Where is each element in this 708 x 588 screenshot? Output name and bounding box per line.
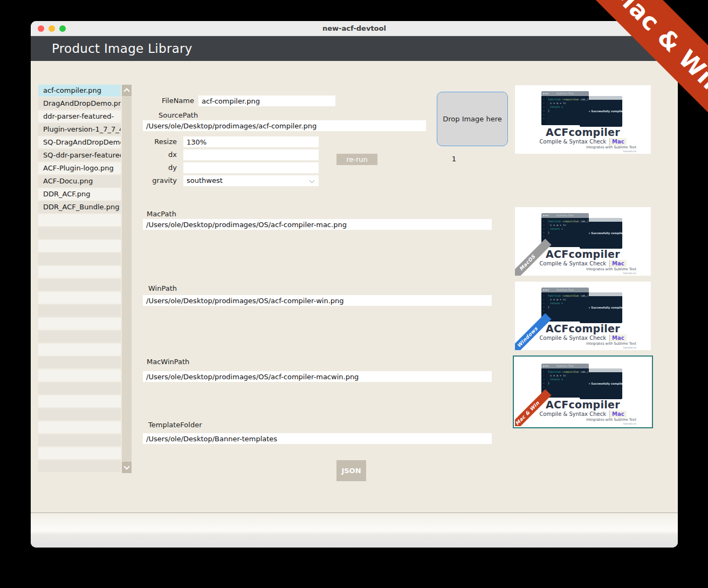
product-banner: Sublime Text 1 2 3 4 5 6 function comput… (515, 282, 651, 350)
preview-card[interactable]: Sublime Text 1 2 3 4 5 6 function comput… (513, 355, 653, 428)
list-row-empty (38, 318, 121, 330)
filename-label: FileName (162, 97, 194, 105)
list-item[interactable]: SQ-DragAndDropDemo. (38, 136, 121, 148)
list-item[interactable]: DDR_ACF_Bundle.png (38, 201, 121, 213)
window-dots-icon (543, 289, 548, 291)
list-row-empty (38, 460, 121, 472)
page-title: Product Image Library (31, 36, 678, 61)
list-row-empty (38, 408, 121, 420)
banner-subtitle: Compile & Syntax CheckMac (515, 335, 651, 341)
macpath-input[interactable] (143, 219, 492, 230)
file-list-scrollbar[interactable] (122, 85, 132, 473)
platform-chip: Mac (609, 138, 627, 145)
list-item[interactable]: Plugin-version-1_7_7_4. (38, 124, 121, 135)
list-row-empty (38, 305, 121, 317)
list-row-empty (38, 447, 121, 459)
banner-tagline: Integrates with Sublime Text (586, 341, 636, 346)
window-titlebar: new-acf-devtool (31, 21, 678, 36)
shortcut-text: ⌘B (583, 226, 622, 230)
banner-subtitle-text: Compile & Syntax Check (539, 411, 606, 417)
dy-input[interactable] (183, 162, 319, 173)
banner-tagline: Integrates with Sublime Text (586, 418, 636, 422)
editor-titlebar: Sublime Text (541, 91, 589, 96)
list-item[interactable]: acf-compiler.png (38, 85, 121, 97)
json-button[interactable]: JSON (336, 460, 366, 481)
preview-card[interactable]: Sublime Text 1 2 3 4 5 6 function comput… (515, 207, 651, 276)
editor-titlebar: Sublime Text (541, 213, 589, 218)
templatefolder-label: TemplateFolder (148, 421, 202, 429)
banner-tagline: Integrates with Sublime Text (586, 145, 636, 149)
main-content: acf-compiler.pngDragAndDropDemo.pngddr-p… (31, 61, 678, 512)
list-row-empty (38, 421, 121, 433)
gravity-value: southwest (187, 176, 223, 184)
preview-card[interactable]: Sublime Text 1 2 3 4 5 6 function comput… (515, 85, 651, 154)
list-row-empty (38, 331, 121, 343)
code-snippet: function computeSum (ab,) s = a + tc ret… (546, 368, 588, 398)
macwinpath-input[interactable] (143, 371, 492, 382)
shortcut-text: ⌘B (583, 104, 622, 108)
drop-image-zone[interactable]: Drop Image here (437, 92, 508, 146)
platform-chip: Mac (609, 260, 627, 267)
list-item[interactable]: DragAndDropDemo.png (38, 98, 121, 110)
list-item[interactable]: SQ-ddr-parser-featured- (38, 149, 121, 161)
chevron-up-icon (123, 88, 129, 94)
scroll-down-button[interactable] (122, 462, 132, 473)
list-row-empty (38, 266, 121, 278)
list-item[interactable]: DDR_ACF.png (38, 188, 121, 200)
window-dots-icon (543, 365, 548, 367)
line-numbers: 1 2 3 4 5 6 (541, 96, 546, 125)
scroll-up-button[interactable] (122, 85, 132, 96)
resize-input[interactable] (183, 136, 319, 147)
banner-subtitle-text: Compile & Syntax Check (539, 335, 606, 341)
window-title: new-acf-devtool (31, 24, 678, 32)
banner-subtitle-text: Compile & Syntax Check (539, 139, 606, 145)
banner-title: ACFcompiler (515, 126, 651, 138)
preview-card[interactable]: Sublime Text 1 2 3 4 5 6 function comput… (515, 282, 651, 350)
winpath-label: WinPath (148, 284, 177, 292)
gravity-select[interactable]: southwest (183, 175, 319, 186)
file-list: acf-compiler.pngDragAndDropDemo.pngddr-p… (38, 85, 121, 473)
banner-subtitle-text: Compile & Syntax Check (539, 261, 606, 266)
list-row-empty (38, 357, 121, 368)
list-row-empty (38, 214, 121, 226)
list-row-empty (38, 395, 121, 407)
dx-input[interactable] (183, 149, 319, 160)
filename-input[interactable] (198, 95, 335, 106)
list-row-empty (38, 240, 121, 252)
list-row-empty (38, 344, 121, 355)
editor-title: Sublime Text (541, 288, 589, 292)
product-banner: Sublime Text 1 2 3 4 5 6 function comput… (515, 85, 651, 154)
list-item[interactable]: ACF-Docu.png (38, 175, 121, 187)
banner-micro-text: hamata.no (623, 346, 636, 349)
window-footer (31, 512, 678, 548)
dy-label: dy (168, 163, 177, 172)
editor-titlebar: Sublime Text (541, 364, 589, 368)
window-dots-icon (543, 93, 548, 94)
editor-title: Sublime Text (541, 364, 589, 368)
banner-micro-text: hamata.no (623, 150, 636, 153)
list-row-empty (38, 253, 121, 265)
image-counter: 1 (446, 155, 462, 163)
templatefolder-input[interactable] (143, 433, 492, 444)
macpath-label: MacPath (147, 210, 176, 218)
code-editor-window: Sublime Text 1 2 3 4 5 6 function comput… (541, 91, 589, 125)
preview-column: Sublime Text 1 2 3 4 5 6 function comput… (515, 85, 657, 430)
winpath-input[interactable] (143, 295, 492, 306)
shortcut-text: ⌘B (583, 300, 622, 304)
editor-titlebar: Sublime Text (541, 288, 589, 292)
rerun-button[interactable]: re-run (336, 154, 377, 165)
list-item[interactable]: ddr-parser-featured- (38, 111, 121, 122)
editor-title: Sublime Text (541, 213, 589, 218)
list-row-empty (38, 370, 121, 381)
list-row-empty (38, 434, 121, 446)
platform-chip: Mac (609, 411, 627, 418)
list-row-empty (38, 382, 121, 394)
macwinpath-label: MacWinPath (147, 358, 189, 366)
dx-label: dx (168, 151, 177, 159)
window-dots-icon (543, 215, 548, 216)
list-item[interactable]: ACF-Plugin-logo.png (38, 162, 121, 174)
compile-result-text: >>> Successfully compiled (583, 231, 622, 235)
compile-result-text: >>> Successfully compiled (583, 382, 622, 385)
sourcepath-input[interactable] (143, 120, 426, 131)
banner-micro-text: hamata.no (623, 422, 636, 425)
